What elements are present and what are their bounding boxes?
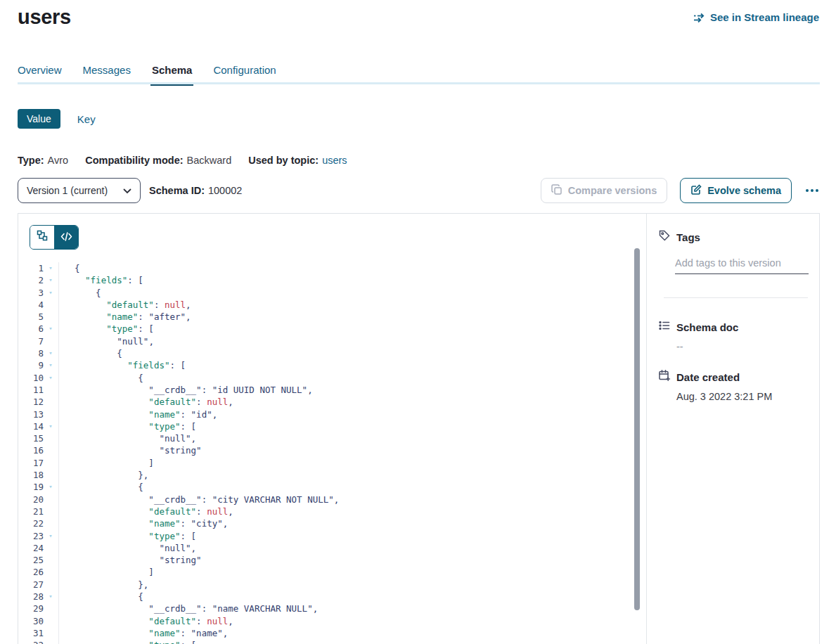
fold-arrow-icon[interactable]: ▾ [44, 530, 58, 542]
fold-arrow-icon[interactable]: ▾ [44, 287, 58, 299]
fold-arrow-icon[interactable]: ▾ [44, 262, 58, 274]
line-number: 25 [18, 554, 44, 566]
code-text: ] [59, 457, 154, 469]
code-text: "name": "city", [59, 517, 228, 529]
line-number: 6 [18, 323, 44, 335]
code-text: "name": "id", [59, 408, 217, 420]
page-title: users [18, 6, 71, 29]
schema-id-label: Schema ID: [149, 185, 205, 196]
tab-overview[interactable]: Overview [18, 64, 62, 84]
code-line: 13 "name": "id", [18, 408, 646, 420]
schema-details-sidebar: Tags Schema doc -- [646, 214, 819, 644]
line-number: 4 [18, 299, 44, 311]
code-text: "fields": [ [59, 274, 143, 286]
fold-arrow-icon[interactable]: ▾ [44, 359, 58, 371]
fold-arrow-icon[interactable]: ▾ [44, 347, 58, 359]
more-options-button[interactable] [804, 186, 820, 195]
code-text: "type": [ [59, 323, 154, 335]
tag-icon [658, 229, 671, 245]
code-line: 14▾ "type": [ [18, 420, 646, 432]
code-text: "__crdb__": "name VARCHAR NULL", [59, 603, 318, 614]
key-toggle-button[interactable]: Key [77, 113, 96, 125]
tab-messages[interactable]: Messages [83, 64, 131, 84]
code-line: 6▾ "type": [ [18, 323, 646, 335]
line-number: 20 [18, 494, 44, 505]
code-line: 23▾ "type": [ [18, 530, 646, 542]
code-line: 5 "name": "after", [18, 311, 646, 323]
code-text: "name": "name", [59, 627, 228, 639]
code-text: "default": null, [59, 396, 233, 408]
evolve-schema-button[interactable]: Evolve schema [680, 178, 792, 203]
fold-spacer [44, 494, 58, 505]
used-by-topic-label: Used by topic: [248, 155, 319, 166]
line-number: 21 [18, 505, 44, 517]
line-number: 27 [18, 579, 44, 591]
compare-versions-button[interactable]: Compare versions [541, 178, 668, 203]
line-number: 22 [18, 517, 44, 529]
stream-lineage-icon [693, 13, 705, 22]
fold-arrow-icon[interactable]: ▾ [44, 481, 58, 493]
sidebar-divider [664, 297, 808, 298]
fold-arrow-icon[interactable]: ▾ [44, 274, 58, 286]
fold-spacer [44, 457, 58, 469]
code-text: "string" [59, 554, 202, 566]
code-text: "null", [59, 432, 196, 444]
compatibility-value: Backward [187, 155, 232, 166]
type-value: Avro [48, 155, 69, 166]
fold-arrow-icon[interactable]: ▾ [44, 372, 58, 384]
fold-arrow-icon[interactable]: ▾ [44, 323, 58, 335]
line-number: 28 [18, 591, 44, 603]
tab-schema[interactable]: Schema [152, 64, 193, 84]
fold-arrow-icon[interactable]: ▾ [44, 591, 58, 603]
code-line: 30 "default": null, [18, 615, 646, 627]
code-line: 9▾ "fields": [ [18, 359, 646, 371]
list-icon [658, 319, 671, 335]
line-number: 26 [18, 566, 44, 578]
value-toggle-button[interactable]: Value [18, 109, 60, 129]
topic-link[interactable]: users [322, 155, 347, 166]
line-number: 14 [18, 420, 44, 432]
tab-configuration[interactable]: Configuration [213, 64, 276, 84]
line-number: 1 [18, 262, 44, 274]
code-line: 26 ] [18, 566, 646, 578]
fold-spacer [44, 444, 58, 456]
date-created-value: Aug. 3 2022 3:21 PM [676, 391, 808, 402]
code-view-button[interactable] [54, 226, 78, 249]
line-number: 19 [18, 481, 44, 493]
code-view-icon [60, 231, 72, 244]
code-line: 8▾ { [18, 347, 646, 359]
copy-icon [551, 184, 562, 198]
edit-icon [690, 184, 702, 198]
line-number: 13 [18, 408, 44, 420]
line-number: 11 [18, 384, 44, 396]
compatibility-label: Compatibility mode: [85, 155, 183, 166]
fold-spacer [44, 542, 58, 554]
code-line: 18 }, [18, 469, 646, 481]
code-text: "null", [59, 542, 196, 554]
code-line: 16 "string" [18, 444, 646, 456]
date-created-title: Date created [676, 371, 740, 383]
code-line: 29 "__crdb__": "name VARCHAR NULL", [18, 603, 646, 614]
version-select[interactable]: Version 1 (current) [18, 178, 141, 203]
fold-spacer [44, 615, 58, 627]
code-line: 10▾ { [18, 372, 646, 384]
fold-spacer [44, 299, 58, 311]
code-line: 17 ] [18, 457, 646, 469]
code-line: 15 "null", [18, 432, 646, 444]
add-tags-input[interactable] [675, 256, 809, 274]
tree-view-button[interactable] [30, 226, 54, 249]
schema-code-editor[interactable]: 1▾{2▾ "fields": [3▾ {4 "default": null,5… [18, 262, 646, 644]
line-number: 7 [18, 335, 44, 347]
stream-lineage-link[interactable]: See in Stream lineage [693, 11, 819, 23]
line-number: 10 [18, 372, 44, 384]
code-text: "string" [59, 444, 202, 456]
code-text: { [59, 287, 101, 299]
fold-arrow-icon[interactable]: ▾ [44, 420, 58, 432]
code-text: }, [59, 469, 148, 481]
tab-bar: Overview Messages Schema Configuration [18, 64, 276, 84]
editor-scrollbar[interactable] [634, 248, 640, 610]
code-line: 4 "default": null, [18, 299, 646, 311]
schema-id-value: 100002 [208, 185, 242, 196]
line-number: 12 [18, 396, 44, 408]
fold-arrow-icon[interactable]: ▾ [44, 639, 58, 644]
